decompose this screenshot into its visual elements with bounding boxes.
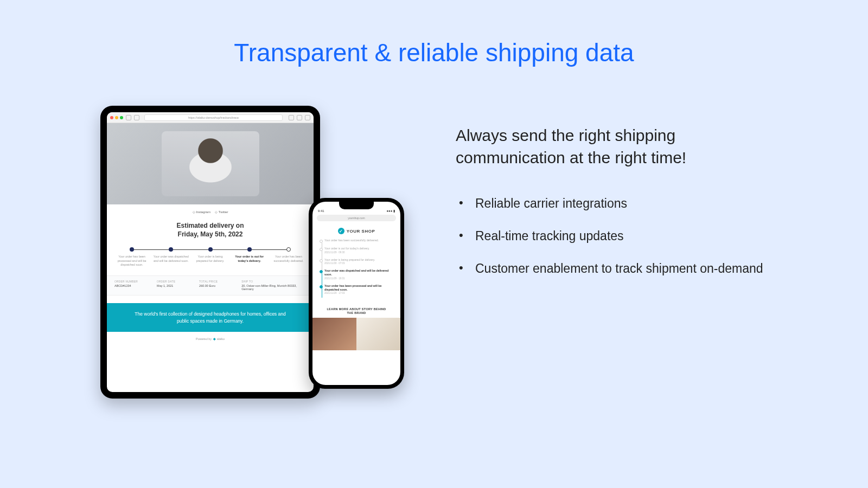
shop-logo-icon: ✓	[338, 228, 344, 234]
tablet-frame: https://alaiko-demoshop/trackandtrace ◇ …	[100, 106, 320, 399]
order-date: May 1, 2021	[157, 284, 193, 287]
story-image-2	[356, 318, 400, 350]
phone-time: 9:41	[318, 209, 324, 213]
learn-more-heading: LEARN MORE ABOUT STORY BEHIND THE BRAND	[312, 303, 400, 317]
promo-banner: The world's first collection of designed…	[107, 303, 314, 332]
browser-toolbar: https://alaiko-demoshop/trackandtrace	[107, 112, 314, 123]
phone-screen: 9:41 ●●● ▮ yourshop.com ✓ YOUR SHOP Your…	[312, 202, 400, 385]
window-close-icon	[110, 116, 113, 119]
story-image-1	[312, 318, 356, 350]
shop-brand: ✓ YOUR SHOP	[312, 222, 400, 237]
feature-item: Real-time tracking updates	[456, 227, 781, 245]
brand-story-images	[312, 318, 400, 350]
order-total: 260.00 Euro	[199, 284, 235, 287]
tablet-screen: https://alaiko-demoshop/trackandtrace ◇ …	[107, 112, 314, 392]
hero-image	[107, 123, 314, 204]
phone-tracking-item: Your order has been successfully deliver…	[324, 239, 393, 242]
phone-url-bar: yourshop.com	[317, 215, 396, 221]
phone-tracking-item: Your order is out for today's delivery.2…	[324, 247, 393, 254]
order-number-label: ORDER NUMBER	[114, 280, 150, 283]
instagram-link: ◇ Instagram	[193, 210, 210, 214]
timeline-step: Your order has been successfully deliver…	[269, 247, 308, 262]
phone-notch	[339, 202, 374, 209]
phone-tracking-item: Your order has been processed and will b…	[324, 284, 393, 295]
powered-by: Powered by ◆ alaiko	[107, 332, 314, 346]
url-bar: https://alaiko-demoshop/trackandtrace	[144, 114, 283, 121]
order-date-label: ORDER DATE	[157, 280, 193, 283]
hero-person-headphones	[162, 131, 259, 196]
window-maximize-icon	[120, 116, 123, 119]
phone-tracking-item: Your order is being prepared for deliver…	[324, 258, 393, 265]
nav-forward-icon	[134, 115, 139, 120]
page-title: Transparent & reliable shipping data	[0, 38, 868, 67]
estimated-delivery: Estimated delivery on Friday, May 5th, 2…	[107, 219, 314, 247]
tabs-icon	[305, 115, 310, 120]
timeline-step: Your order has been processed and will b…	[112, 247, 151, 266]
feature-item: Reliable carrier integrations	[456, 195, 781, 212]
order-number: ABCD#1234	[114, 284, 150, 287]
social-links: ◇ Instagram ◇ Twitter	[107, 204, 314, 219]
nav-back-icon	[126, 115, 131, 120]
share-icon	[289, 115, 294, 120]
text-column: Always send the right shipping communica…	[456, 125, 781, 293]
phone-tracking-item: Your order was dispatched and will be de…	[324, 269, 393, 280]
tracking-timeline: Your order has been processed and will b…	[107, 247, 314, 273]
add-icon	[297, 115, 302, 120]
feature-list: Reliable carrier integrationsReal-time t…	[456, 195, 781, 278]
ship-to-label: SHIP TO	[241, 280, 306, 283]
order-summary: ORDER NUMBER ABCD#1234 ORDER DATE May 1,…	[107, 275, 314, 296]
feature-item: Customer enablement to track shipment on…	[456, 260, 781, 277]
order-total-label: TOTAL PRICE	[199, 280, 235, 283]
subheading: Always send the right shipping communica…	[456, 125, 781, 169]
window-minimize-icon	[115, 116, 118, 119]
twitter-link: ◇ Twitter	[215, 210, 228, 214]
ship-to: 20, Oskar-von-Miller-Ring, Munich 80333,…	[241, 284, 306, 291]
phone-indicators: ●●● ▮	[386, 209, 395, 213]
phone-frame: 9:41 ●●● ▮ yourshop.com ✓ YOUR SHOP Your…	[309, 198, 404, 389]
device-mockups: https://alaiko-demoshop/trackandtrace ◇ …	[100, 106, 404, 415]
phone-tracking-list: Your order has been successfully deliver…	[312, 237, 400, 303]
